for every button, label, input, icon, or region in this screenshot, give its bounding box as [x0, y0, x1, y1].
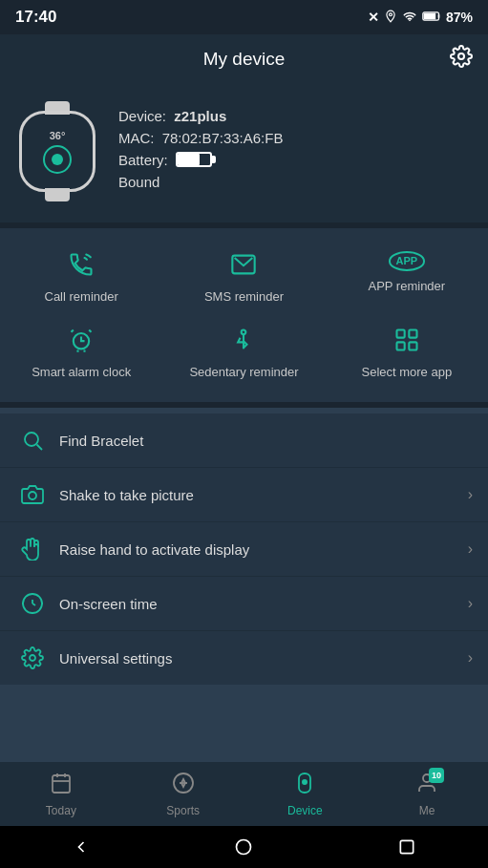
battery-percent: 87%: [446, 10, 473, 25]
status-bar: 17:40 ✕ 87%: [0, 0, 488, 34]
chevron-right-icon-3: ›: [468, 595, 473, 612]
action-app-label: APP reminder: [368, 279, 445, 293]
svg-rect-2: [424, 13, 436, 20]
page-title: My device: [203, 49, 286, 70]
recent-apps-button[interactable]: [397, 837, 416, 857]
action-call-reminder[interactable]: Call reminder: [0, 242, 162, 317]
back-button[interactable]: [72, 837, 91, 857]
svg-point-13: [25, 433, 38, 446]
device-name-label: Device:: [118, 108, 166, 124]
svg-rect-12: [409, 342, 416, 349]
action-call-label: Call reminder: [45, 289, 118, 304]
status-time: 17:40: [15, 8, 56, 27]
page-header: My device: [0, 34, 488, 84]
svg-point-29: [302, 779, 308, 785]
device-illustration: 36°: [19, 101, 95, 201]
status-icons: ✕ 87%: [368, 10, 473, 26]
section-divider-2: [0, 402, 488, 408]
svg-point-0: [390, 12, 393, 15]
find-bracelet-icon: [15, 429, 50, 452]
app-reminder-icon: APP: [389, 251, 426, 271]
settings-shake-picture[interactable]: Shake to take picture ›: [0, 468, 488, 522]
universal-settings-label: Universal settings: [59, 650, 468, 667]
settings-on-screen-time[interactable]: On-screen time ›: [0, 577, 488, 631]
shake-picture-label: Shake to take picture: [59, 487, 468, 503]
raise-hand-icon: [15, 538, 50, 561]
battery-status-icon: [422, 10, 441, 25]
bottom-nav: Today Sports Device 10: [0, 761, 488, 826]
system-nav-bar: [0, 826, 488, 868]
device-mac-value: 78:02:B7:33:A6:FB: [162, 130, 284, 146]
device-name-value: z21plus: [174, 108, 226, 124]
sms-reminder-icon: [230, 251, 257, 282]
nav-sports[interactable]: Sports: [150, 772, 217, 817]
select-more-app-icon: [393, 327, 420, 357]
nav-device-label: Device: [287, 804, 323, 817]
svg-line-14: [37, 445, 43, 451]
nav-me[interactable]: 10 Me: [393, 772, 460, 817]
quick-actions-grid: Call reminder SMS reminder APP APP remin…: [0, 228, 488, 402]
on-screen-time-label: On-screen time: [59, 596, 468, 612]
home-button[interactable]: [234, 837, 253, 857]
svg-line-18: [32, 603, 35, 605]
watch-temp: 36°: [50, 130, 66, 141]
me-nav-icon: 10: [415, 772, 438, 800]
nav-me-label: Me: [419, 804, 435, 817]
find-bracelet-label: Find Bracelet: [59, 433, 473, 449]
svg-rect-11: [396, 342, 404, 349]
svg-line-6: [89, 330, 91, 332]
action-sms-reminder[interactable]: SMS reminder: [162, 242, 325, 317]
svg-rect-24: [53, 775, 70, 793]
action-sedentary-reminder[interactable]: Sedentary reminder: [162, 317, 325, 392]
nav-device[interactable]: Device: [271, 772, 338, 817]
camera-icon: [15, 483, 50, 506]
device-mac-label: MAC:: [118, 130, 155, 146]
nav-sports-label: Sports: [166, 804, 200, 817]
svg-point-23: [30, 655, 35, 661]
action-smart-alarm[interactable]: Smart alarm clock: [0, 317, 162, 392]
device-nav-icon: [293, 772, 316, 800]
action-select-more-app[interactable]: Select more app: [326, 317, 488, 392]
watch-icon: 36°: [19, 111, 95, 192]
location-icon: [384, 10, 397, 26]
call-reminder-icon: [68, 251, 95, 282]
nav-today-label: Today: [46, 804, 76, 817]
action-sms-label: SMS reminder: [204, 289, 284, 304]
sports-icon: [172, 772, 195, 800]
chevron-right-icon-4: ›: [468, 649, 473, 667]
settings-raise-hand[interactable]: Raise hand to activate display ›: [0, 522, 488, 577]
svg-line-5: [72, 330, 74, 332]
wifi-icon: [402, 10, 417, 26]
action-more-label: Select more app: [361, 365, 452, 379]
device-battery-row: Battery:: [118, 152, 469, 168]
settings-gear-icon[interactable]: [450, 45, 473, 74]
nav-today[interactable]: Today: [28, 772, 95, 817]
svg-rect-10: [409, 330, 416, 338]
action-sedentary-label: Sedentary reminder: [189, 365, 298, 379]
device-name-row: Device: z21plus: [118, 108, 469, 124]
settings-list: Find Bracelet Shake to take picture › Ra…: [0, 413, 488, 685]
settings-universal[interactable]: Universal settings ›: [0, 631, 488, 685]
sedentary-reminder-icon: [230, 327, 257, 357]
raise-hand-label: Raise hand to activate display: [59, 541, 468, 558]
device-mac-row: MAC: 78:02:B7:33:A6:FB: [118, 130, 469, 146]
chevron-right-icon-2: ›: [468, 540, 473, 558]
chevron-right-icon-1: ›: [468, 486, 473, 503]
today-icon: [50, 772, 73, 800]
svg-rect-32: [400, 840, 413, 853]
device-details: Device: z21plus MAC: 78:02:B7:33:A6:FB B…: [118, 108, 469, 196]
signal-x-icon: ✕: [368, 10, 379, 25]
device-status: Bound: [118, 174, 469, 190]
action-app-reminder[interactable]: APP APP reminder: [326, 242, 488, 317]
svg-point-31: [237, 840, 251, 855]
universal-settings-icon: [15, 646, 50, 669]
settings-find-bracelet[interactable]: Find Bracelet: [0, 413, 488, 468]
svg-rect-9: [396, 330, 404, 338]
svg-point-3: [458, 53, 464, 59]
battery-bar-icon: [176, 152, 212, 167]
device-info-section: 36° Device: z21plus MAC: 78:02:B7:33:A6:…: [0, 84, 488, 222]
action-alarm-label: Smart alarm clock: [32, 365, 131, 379]
device-battery-label: Battery:: [118, 152, 168, 168]
svg-point-7: [242, 330, 246, 335]
on-screen-time-icon: [15, 592, 50, 615]
